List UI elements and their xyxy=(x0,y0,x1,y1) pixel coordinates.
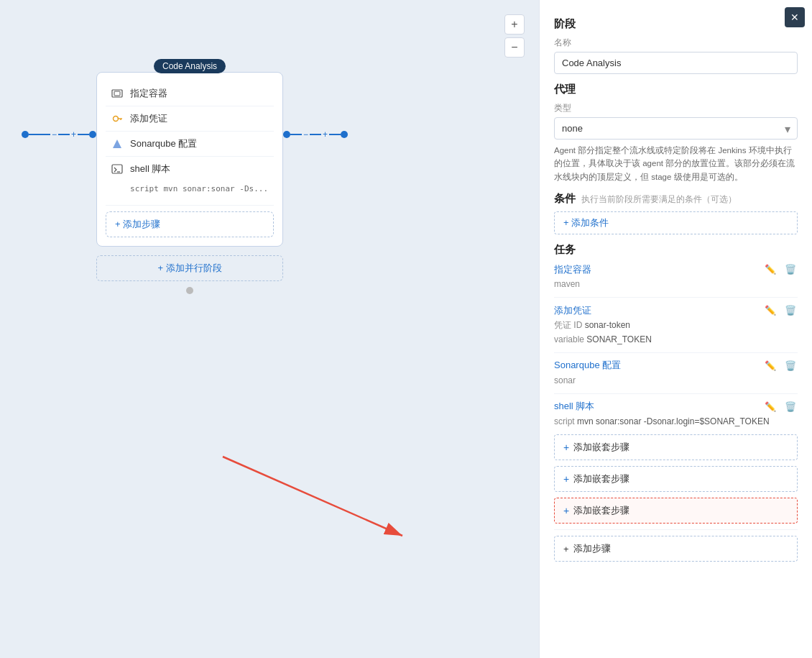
step-container[interactable]: 指定容器 xyxy=(106,81,274,106)
task-credential-edit-button[interactable]: ✏️ xyxy=(763,303,778,317)
task-container-name: 指定容器 xyxy=(554,263,591,276)
nested-step-button-2[interactable]: + 添加嵌套步骤 xyxy=(554,466,798,492)
add-parallel-button[interactable]: + 添加并行阶段 xyxy=(96,255,283,281)
key-icon xyxy=(110,113,124,124)
connector-line-r1 xyxy=(290,134,302,135)
section-tasks-title: 任务 xyxy=(554,243,798,257)
plus-icon-2: + xyxy=(563,473,569,485)
condition-hint: 执行当前阶段所需要满足的条件（可选） xyxy=(581,194,737,204)
task-credential-delete-button[interactable]: 🗑️ xyxy=(783,303,798,317)
container-icon xyxy=(110,88,124,99)
left-panel: + − − + Code Analysis xyxy=(0,0,539,658)
section-condition-title: 条件 执行当前阶段所需要满足的条件（可选） xyxy=(554,192,798,206)
right-panel: ✕ 阶段 名称 代理 类型 none ▾ Agent 部分指定整个流水线或特定阶… xyxy=(539,0,812,658)
connector-minus-right[interactable]: − xyxy=(303,129,308,140)
step-sonarqube-label: Sonarqube 配置 xyxy=(130,137,197,150)
nested-step-label-1: 添加嵌套步骤 xyxy=(573,441,629,454)
connector-line-r3 xyxy=(329,134,341,135)
connector-dot-right-1 xyxy=(89,131,96,138)
section-stage-title: 阶段 xyxy=(554,17,798,31)
step-credential[interactable]: 添加凭证 xyxy=(106,106,274,132)
stage-name-input[interactable] xyxy=(554,52,798,74)
divider-2 xyxy=(554,352,798,353)
plus-icon-bottom: + xyxy=(563,544,569,554)
zoom-in-button[interactable]: + xyxy=(504,14,525,35)
task-container-value: maven xyxy=(554,279,580,289)
task-sonarqube-edit-button[interactable]: ✏️ xyxy=(763,359,778,373)
connector-line-2 xyxy=(58,134,70,135)
connector-plus-right[interactable]: + xyxy=(323,129,328,140)
shell-script-preview: script mvn sonar:sonar -Ds... xyxy=(130,184,268,193)
agent-description: Agent 部分指定整个流水线或特定阶段将在 Jenkins 环境中执行的位置，… xyxy=(554,144,798,183)
task-credential-header: 添加凭证 ✏️ 🗑️ xyxy=(554,303,798,317)
task-sonarqube-value: sonar xyxy=(554,375,576,385)
step-credential-label: 添加凭证 xyxy=(130,112,167,125)
task-sonarqube-detail: sonar xyxy=(554,374,798,388)
nested-step-button-3[interactable]: + 添加嵌套步骤 xyxy=(554,498,798,524)
plus-icon-1: + xyxy=(563,442,569,453)
nested-step-button-1[interactable]: + 添加嵌套步骤 xyxy=(554,434,798,460)
nested-step-label-2: 添加嵌套步骤 xyxy=(573,472,629,485)
close-button[interactable]: ✕ xyxy=(785,7,805,27)
stage-label: Code Analysis xyxy=(154,59,226,73)
connector-plus-left[interactable]: + xyxy=(71,129,76,140)
agent-type-wrapper: none ▾ xyxy=(554,117,798,140)
stage-card: 指定容器 添加凭证 xyxy=(96,72,283,247)
right-content: 阶段 名称 代理 类型 none ▾ Agent 部分指定整个流水线或特定阶段将… xyxy=(540,0,812,573)
task-sonarqube-item: Sonarqube 配置 ✏️ 🗑️ sonar xyxy=(554,359,798,388)
nested-step-label-3: 添加嵌套步骤 xyxy=(573,504,629,517)
add-step-bottom-label: 添加步骤 xyxy=(573,542,611,555)
connector-line-1 xyxy=(29,134,50,135)
type-label: 类型 xyxy=(554,102,798,114)
task-container-detail: maven xyxy=(554,278,798,291)
divider-4 xyxy=(554,529,798,530)
svg-point-2 xyxy=(114,116,119,122)
task-container-actions: ✏️ 🗑️ xyxy=(763,262,798,276)
plus-icon-3: + xyxy=(563,505,569,516)
task-shell-delete-button[interactable]: 🗑️ xyxy=(783,400,798,413)
connector-dot-left xyxy=(22,131,29,138)
task-shell-name: shell 脚本 xyxy=(554,400,594,413)
task-shell-header: shell 脚本 ✏️ 🗑️ xyxy=(554,400,798,413)
add-step-bottom-button[interactable]: + 添加步骤 xyxy=(554,536,798,562)
task-sonarqube-delete-button[interactable]: 🗑️ xyxy=(783,359,798,373)
task-shell-edit-button[interactable]: ✏️ xyxy=(763,400,778,413)
agent-type-select[interactable]: none xyxy=(554,117,798,140)
pipeline-area: − + Code Analysis 指定容器 xyxy=(22,72,348,294)
task-container-header: 指定容器 ✏️ 🗑️ xyxy=(554,262,798,276)
left-connector: − + xyxy=(22,129,96,140)
arrow-indicator xyxy=(201,442,453,586)
zoom-controls: + − xyxy=(504,14,525,58)
connector-dot-r1 xyxy=(283,131,290,138)
svg-marker-5 xyxy=(113,140,121,148)
add-condition-button[interactable]: + 添加条件 xyxy=(554,211,798,234)
task-sonarqube-name: Sonarqube 配置 xyxy=(554,359,621,372)
task-shell-actions: ✏️ 🗑️ xyxy=(763,400,798,413)
connector-minus-left[interactable]: − xyxy=(52,129,57,140)
step-container-label: 指定容器 xyxy=(130,87,167,100)
step-shell[interactable]: shell 脚本 script mvn sonar:sonar -Ds... xyxy=(106,157,274,206)
connector-line-3 xyxy=(78,134,89,135)
condition-title-text: 条件 xyxy=(554,192,576,204)
task-credential-detail: 凭证 ID sonar-token variable SONAR_TOKEN xyxy=(554,319,798,346)
sonar-icon xyxy=(110,138,124,150)
svg-rect-1 xyxy=(114,91,120,96)
divider-3 xyxy=(554,393,798,394)
task-shell-detail: script mvn sonar:sonar -Dsonar.login=$SO… xyxy=(554,415,798,429)
step-sonarqube[interactable]: Sonarqube 配置 xyxy=(106,132,274,157)
task-credential-actions: ✏️ 🗑️ xyxy=(763,303,798,317)
shell-icon xyxy=(110,163,124,175)
task-sonarqube-actions: ✏️ 🗑️ xyxy=(763,359,798,373)
connector-line-r2 xyxy=(310,134,321,135)
task-shell-item: shell 脚本 ✏️ 🗑️ script mvn sonar:sonar -D… xyxy=(554,400,798,429)
right-connector: − + xyxy=(283,129,348,140)
task-container-edit-button[interactable]: ✏️ xyxy=(763,262,778,276)
task-container-delete-button[interactable]: 🗑️ xyxy=(783,262,798,276)
name-label: 名称 xyxy=(554,37,798,49)
task-container-item: 指定容器 ✏️ 🗑️ maven xyxy=(554,262,798,291)
stage-block: Code Analysis 指定容器 xyxy=(96,72,283,294)
add-step-button[interactable]: + 添加步骤 xyxy=(106,211,274,237)
task-credential-item: 添加凭证 ✏️ 🗑️ 凭证 ID sonar-token variable SO… xyxy=(554,303,798,346)
connector-dot-r2 xyxy=(341,131,348,138)
zoom-out-button[interactable]: − xyxy=(504,37,525,58)
